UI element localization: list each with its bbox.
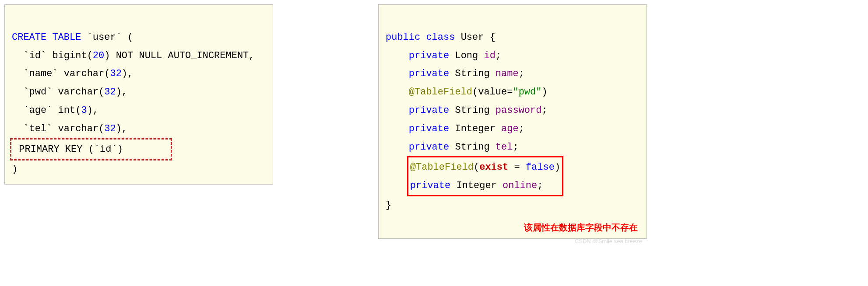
sql-text: ), [87,105,98,116]
sql-code-box: CREATE TABLE `user` ( `id` bigint(20) NO… [4,4,273,185]
java-kw: private [409,123,449,134]
java-text: ( [474,162,479,173]
sql-num: 3 [81,105,87,116]
sql-num: 32 [104,123,116,134]
java-kw: private [409,50,449,61]
primary-key-highlight: PRIMARY KEY (`id`) [10,138,172,161]
java-kw: private [409,105,449,116]
sql-num: 32 [104,87,116,98]
sql-text: `name` varchar( [12,68,110,79]
java-text: String [449,68,495,79]
sql-num: 32 [110,68,121,79]
tablefield-exist-highlight: @TableField(exist = false) private Integ… [407,156,563,196]
code-comparison-container: CREATE TABLE `user` ( `id` bigint(20) NO… [4,4,864,239]
java-text: } [386,200,391,211]
java-text: ; [513,142,518,153]
sql-text: ), [116,87,127,98]
java-var: online [503,180,537,191]
sql-text: ) NOT NULL AUTO_INCREMENT, [104,50,254,61]
java-kw: private [409,142,449,153]
java-text: Long [449,50,484,61]
watermark-text: CSDN @Smile sea breeze [575,236,642,243]
annotation-note: 该属性在数据库字段中不存在 [524,219,638,236]
sql-text: `id` bigint( [12,50,93,61]
java-var: tel [495,142,513,153]
java-var: id [484,50,495,61]
java-text: (value= [472,87,513,98]
java-var: name [495,68,519,79]
java-text: ; [495,50,501,61]
java-string: "pwd" [513,87,541,98]
sql-text: ) [12,164,18,175]
java-kw: class [426,32,455,43]
java-attr: exist [479,162,508,173]
java-kw: public [386,32,420,43]
java-kw: private [410,180,450,191]
java-text: String [449,142,495,153]
java-text: ) [555,162,560,173]
java-text: = [508,162,526,173]
sql-num: 20 [93,50,104,61]
java-text: ) [541,87,547,98]
java-var: age [501,123,519,134]
java-var: password [495,105,542,116]
sql-text: `user` ( [81,32,133,43]
sql-kw-create: CREATE TABLE [12,32,81,43]
java-code-box: public class User { private Long id; pri… [378,4,647,239]
java-text: String [449,105,495,116]
sql-pk: PRIMARY KEY (`id`) [13,144,169,155]
java-annotation: @TableField [409,87,472,98]
java-annotation: @TableField [410,162,474,173]
java-text: Integer [450,180,503,191]
sql-text: `tel` varchar( [12,123,104,134]
java-text: Integer [449,123,501,134]
sql-text: ), [116,123,127,134]
sql-text: `age` int( [12,105,81,116]
java-text: ; [519,123,524,134]
java-kw: private [409,68,449,79]
java-text: ; [537,180,543,191]
sql-text: ), [122,68,133,79]
java-text: User { [455,32,495,43]
java-kw: false [526,162,555,173]
java-text: ; [519,68,524,79]
java-text: ; [541,105,547,116]
sql-text: `pwd` varchar( [12,87,104,98]
